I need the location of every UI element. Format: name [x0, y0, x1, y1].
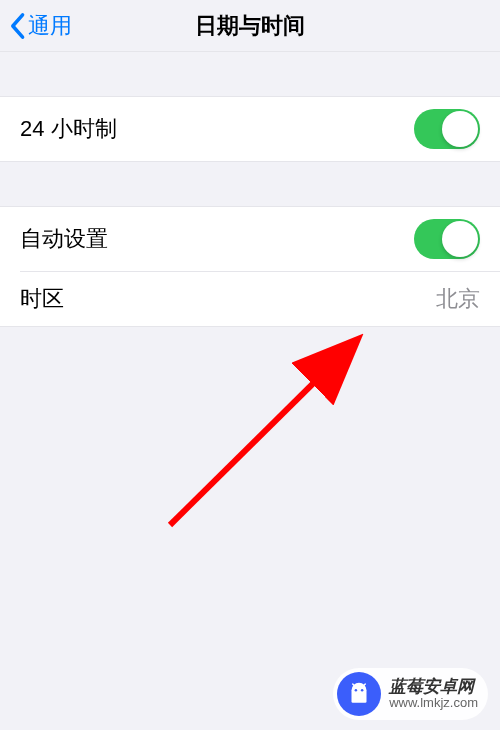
- settings-group-1: 24 小时制: [0, 96, 500, 162]
- settings-group-2: 自动设置 时区 北京: [0, 206, 500, 327]
- toggle-knob: [442, 111, 478, 147]
- toggle-24-hour-time[interactable]: [414, 109, 480, 149]
- page-title: 日期与时间: [195, 11, 305, 41]
- row-set-automatically: 自动设置: [0, 207, 500, 271]
- svg-point-3: [361, 689, 364, 692]
- svg-point-2: [355, 689, 358, 692]
- row-label: 时区: [20, 284, 64, 314]
- row-value-time-zone: 北京: [436, 284, 480, 314]
- back-label: 通用: [28, 11, 72, 41]
- svg-line-1: [170, 342, 355, 525]
- toggle-knob: [442, 221, 478, 257]
- watermark-logo-icon: [337, 672, 381, 716]
- chevron-left-icon: [8, 12, 26, 40]
- watermark-title: 蓝莓安卓网: [389, 678, 478, 697]
- navigation-bar: 通用 日期与时间: [0, 0, 500, 52]
- section-spacer: [0, 162, 500, 206]
- toggle-set-automatically[interactable]: [414, 219, 480, 259]
- watermark-text: 蓝莓安卓网 www.lmkjz.com: [389, 678, 478, 711]
- row-label: 自动设置: [20, 224, 108, 254]
- row-24-hour-time: 24 小时制: [0, 97, 500, 161]
- row-label: 24 小时制: [20, 114, 117, 144]
- back-button[interactable]: 通用: [0, 11, 72, 41]
- watermark: 蓝莓安卓网 www.lmkjz.com: [333, 668, 488, 720]
- annotation-arrow-icon: [160, 330, 380, 540]
- row-time-zone[interactable]: 时区 北京: [20, 271, 500, 326]
- section-spacer: [0, 52, 500, 96]
- watermark-url: www.lmkjz.com: [389, 696, 478, 710]
